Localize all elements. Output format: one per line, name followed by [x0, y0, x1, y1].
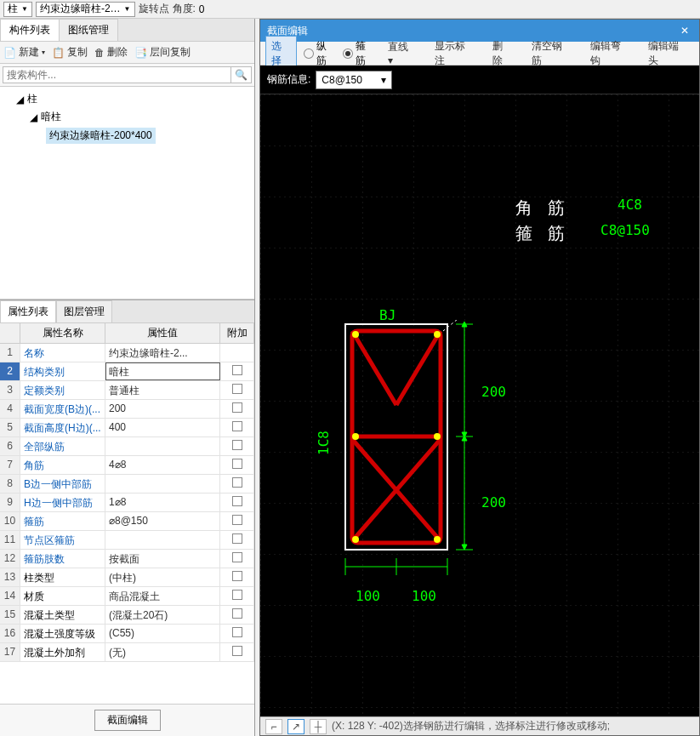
component-tree: ◢柱 ◢暗柱 约束边缘暗柱-200*400 — [0, 87, 254, 300]
prop-row[interactable]: 7角筋4⌀8 — [0, 456, 254, 475]
corner-label: 角 筋 — [515, 197, 570, 220]
status-text: (X: 128 Y: -402)选择钢筋进行编辑，选择标注进行修改或移动; — [332, 719, 610, 733]
corner-val: 4C8 — [617, 197, 642, 213]
prop-row[interactable]: 1名称约束边缘暗柱-2... — [0, 344, 254, 362]
section-editor: 截面编辑 ✕ 选择 纵筋 箍筋 直线 ▾ 显示标注 删除 清空钢筋 编辑弯钩 编… — [259, 19, 700, 736]
checkbox[interactable] — [232, 459, 242, 469]
checkbox[interactable] — [232, 590, 242, 600]
prop-row[interactable]: 12箍筋肢数按截面 — [0, 550, 254, 568]
top-toolbar: 柱▼ 约束边缘暗柱-2…▼ 旋转点 角度:0 — [0, 0, 700, 19]
type-combo[interactable]: 柱▼ — [3, 2, 32, 17]
prop-tabs: 属性列表 图层管理 — [0, 300, 254, 323]
new-button[interactable]: 📄新建▾ — [3, 45, 45, 60]
prop-row[interactable]: 14材质商品混凝土 — [0, 587, 254, 606]
svg-point-11 — [434, 433, 441, 440]
stirrup-label: 箍 筋 — [515, 222, 570, 245]
layercopy-button[interactable]: 📑层间复制 — [134, 45, 191, 60]
prop-row[interactable]: 5截面高度(H边)(...400 — [0, 419, 254, 437]
rebar-info-label: 钢筋信息: — [267, 72, 310, 87]
prop-row[interactable]: 2结构类别暗柱 — [0, 362, 254, 381]
dim-h1: 100 — [356, 588, 380, 604]
rebar-info-bar: 钢筋信息: C8@150▾ — [260, 66, 699, 94]
svg-point-8 — [352, 331, 359, 338]
stirrup-val: C8@150 — [600, 222, 650, 238]
checkbox[interactable] — [232, 627, 242, 637]
component-toolbar: 📄新建▾ 📋复制 🗑删除 📑层间复制 — [0, 42, 254, 64]
checkbox[interactable] — [232, 552, 242, 562]
radio-stirrup[interactable]: 箍筋 — [343, 39, 375, 68]
prop-row[interactable]: 8B边一侧中部筋 — [0, 475, 254, 494]
checkbox[interactable] — [232, 440, 242, 450]
rebar-info-combo[interactable]: C8@150▾ — [316, 71, 392, 89]
prop-row[interactable]: 15混凝土类型(混凝土20石) — [0, 606, 254, 625]
checkbox[interactable] — [232, 402, 242, 413]
svg-line-14 — [443, 320, 549, 331]
checkbox[interactable] — [232, 608, 242, 619]
tab-layers[interactable]: 图纸管理 — [59, 19, 118, 41]
svg-point-12 — [352, 536, 359, 543]
tree-node[interactable]: ◢暗柱 — [3, 108, 251, 126]
property-panel: 属性列表 图层管理 属性名称 属性值 附加 1名称约束边缘暗柱-2...2结构类… — [0, 300, 254, 736]
prop-row[interactable]: 11节点区箍筋 — [0, 531, 254, 550]
col-value: 属性值 — [105, 323, 220, 343]
checkbox[interactable] — [232, 533, 242, 544]
dim-h2: 100 — [412, 588, 436, 604]
delete-button[interactable]: 🗑删除 — [94, 45, 128, 60]
radio-longitudinal[interactable]: 纵筋 — [304, 39, 336, 68]
prop-row[interactable]: 10箍筋⌀8@150 — [0, 512, 254, 531]
member-combo[interactable]: 约束边缘暗柱-2…▼ — [36, 2, 135, 17]
editor-toolbar: 选择 纵筋 箍筋 直线 ▾ 显示标注 删除 清空钢筋 编辑弯钩 编辑端头 — [260, 42, 699, 66]
svg-point-13 — [434, 536, 441, 543]
search-row: 🔍 — [0, 64, 254, 87]
svg-line-4 — [352, 331, 396, 405]
checkbox[interactable] — [232, 571, 242, 581]
tab-properties[interactable]: 属性列表 — [0, 300, 56, 322]
prop-header: 属性名称 属性值 附加 — [0, 323, 254, 344]
svg-point-9 — [434, 331, 441, 338]
checkbox[interactable] — [232, 515, 242, 525]
left-tabs: 构件列表 图纸管理 — [0, 19, 254, 42]
tree-node-selected[interactable]: 约束边缘暗柱-200*400 — [3, 126, 251, 145]
svg-line-5 — [396, 331, 441, 405]
copy-button[interactable]: 📋复制 — [52, 45, 88, 60]
prop-row[interactable]: 4截面宽度(B边)(...200 — [0, 400, 254, 419]
search-input[interactable] — [3, 66, 231, 83]
angle-val: 0 — [199, 3, 205, 15]
grid-icon[interactable]: ┼ — [310, 719, 327, 734]
axis-icon[interactable]: ⌐ — [265, 719, 282, 734]
col-extra: 附加 — [220, 323, 254, 343]
col-name: 属性名称 — [20, 323, 105, 343]
tab-layer-mgmt[interactable]: 图层管理 — [56, 300, 112, 322]
checkbox[interactable] — [232, 384, 242, 394]
section-canvas[interactable]: 角 筋 箍 筋 4C8 C8@150 BJ 1C8 — [260, 94, 699, 716]
dim-v1: 200 — [481, 384, 506, 400]
svg-point-10 — [352, 433, 359, 440]
checkbox[interactable] — [232, 646, 242, 656]
checkbox[interactable] — [232, 421, 242, 431]
checkbox[interactable] — [232, 365, 242, 375]
prop-row[interactable]: 3定额类别普通柱 — [0, 381, 254, 400]
pivot-label: 旋转点 — [139, 2, 169, 16]
checkbox[interactable] — [232, 496, 242, 506]
search-icon[interactable]: 🔍 — [231, 66, 252, 83]
prop-row[interactable]: 9H边一侧中部筋1⌀8 — [0, 494, 254, 512]
section-edit-button[interactable]: 截面编辑 — [94, 710, 161, 731]
snap-icon[interactable]: ↗ — [287, 719, 304, 734]
property-table: 1名称约束边缘暗柱-2...2结构类别暗柱3定额类别普通柱4截面宽度(B边)(.… — [0, 344, 254, 704]
section-drawing — [328, 320, 583, 677]
tree-node[interactable]: ◢柱 — [3, 90, 251, 108]
angle-label: 角度: — [173, 2, 196, 16]
prop-row[interactable]: 13柱类型(中柱) — [0, 568, 254, 587]
status-bar: ⌐ ↗ ┼ (X: 128 Y: -402)选择钢筋进行编辑，选择标注进行修改或… — [260, 716, 699, 735]
tab-components[interactable]: 构件列表 — [0, 19, 60, 41]
prop-row[interactable]: 6全部纵筋 — [0, 437, 254, 456]
checkbox[interactable] — [232, 477, 242, 488]
prop-row[interactable]: 16混凝土强度等级(C55) — [0, 625, 254, 643]
dim-v2: 200 — [481, 494, 506, 511]
left-pane: 构件列表 图纸管理 📄新建▾ 📋复制 🗑删除 📑层间复制 🔍 ◢柱 ◢暗柱 约束… — [0, 19, 255, 736]
prop-row[interactable]: 17混凝土外加剂(无) — [0, 643, 254, 662]
